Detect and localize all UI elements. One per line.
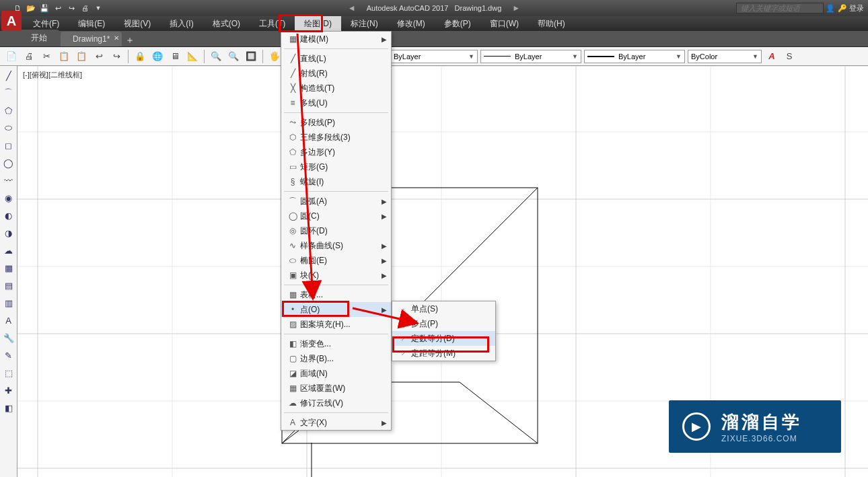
login-text[interactable]: 登录 <box>849 3 864 13</box>
draw-menu-item[interactable]: ⌒圆弧(A)▶ <box>281 194 391 209</box>
menu-item-label: 多线(U) <box>300 98 328 109</box>
tab-start[interactable]: 开始 <box>19 30 59 46</box>
misc-tool-icon[interactable]: ◧ <box>2 401 15 414</box>
draw-menu-item[interactable]: ◯圆(C)▶ <box>281 209 391 223</box>
tool-12[interactable]: 🔍 <box>226 49 241 64</box>
point-submenu-item[interactable]: ⋮多点(P) <box>392 316 495 331</box>
draw-menu-item[interactable]: ▭矩形(G) <box>281 159 391 174</box>
autocad-logo-icon[interactable]: A <box>1 11 22 31</box>
menu-insert[interactable]: 插入(I) <box>160 16 203 32</box>
hatch-tool-icon[interactable]: ▦ <box>2 261 15 274</box>
tool-1[interactable]: 🖨 <box>22 49 36 64</box>
revcloud-tool-icon[interactable]: ☁ <box>2 244 15 257</box>
tool-0[interactable]: 📄 <box>4 49 19 64</box>
view-label[interactable]: [-][俯视][二维线框] <box>23 70 82 80</box>
tool-13[interactable]: 🔲 <box>244 49 258 64</box>
draw-menu-item[interactable]: ▢边界(B)... <box>281 351 391 366</box>
draw-menu-item[interactable]: ◪面域(N) <box>281 366 391 381</box>
polygon-tool-icon[interactable]: ⬠ <box>2 104 15 117</box>
menu-format[interactable]: 格式(O) <box>203 16 250 32</box>
draw-menu-item[interactable]: ▣块(K)▶ <box>281 268 391 283</box>
draw-menu-item[interactable]: A文字(X)▶ <box>281 415 391 430</box>
point-submenu-item[interactable]: ⟋定数等分(D) <box>392 331 495 346</box>
region1-tool-icon[interactable]: ◐ <box>2 209 15 222</box>
draw-menu-item[interactable]: ╳构造线(T) <box>281 81 391 96</box>
tool-4[interactable]: 📋 <box>74 49 89 64</box>
signin-icon[interactable]: 🔑 <box>837 3 848 13</box>
open-icon[interactable]: 📂 <box>26 3 36 13</box>
tool-14[interactable]: 🖐 <box>267 49 282 64</box>
tool-9[interactable]: 🖥 <box>168 49 182 64</box>
menu-parametric[interactable]: 参数(P) <box>435 16 480 32</box>
line-tool-icon[interactable]: ╱ <box>2 69 15 82</box>
color-combo[interactable]: ByColor▼ <box>688 50 762 63</box>
draw-menu-item[interactable]: ≡多线(U) <box>281 96 391 110</box>
menu-draw[interactable]: 绘图(D) <box>295 16 341 32</box>
draw-menu-item[interactable]: §螺旋(I) <box>281 174 391 189</box>
layer-combo[interactable]: ByLayer▼ <box>377 50 478 63</box>
tool-3[interactable]: 📋 <box>57 49 71 64</box>
annotation-icon[interactable]: A <box>764 49 779 64</box>
draw-menu-item[interactable]: ▨图案填充(H)... <box>281 317 391 332</box>
draw-menu-item[interactable]: ∿样条曲线(S)▶ <box>281 238 391 253</box>
tool-2[interactable]: ✂ <box>39 49 54 64</box>
redo-icon[interactable]: ↪ <box>66 3 77 13</box>
draw-menu-item[interactable]: ⬡三维多段线(3) <box>281 130 391 145</box>
add-tab-button[interactable]: ＋ <box>123 34 137 46</box>
qa-dropdown-icon[interactable]: ▼ <box>93 3 104 13</box>
tool-7[interactable]: 🔒 <box>133 49 147 64</box>
rectangle-tool-icon[interactable]: ◻ <box>2 139 15 152</box>
draw-menu-item[interactable]: ▦建模(M)▶ <box>281 32 391 46</box>
navback-icon[interactable]: ◄ <box>348 3 356 13</box>
draw-menu-item[interactable]: ╱射线(R) <box>281 66 391 81</box>
menu-edit[interactable]: 编辑(E) <box>69 16 114 32</box>
menu-tools[interactable]: 工具(T) <box>250 16 295 32</box>
print-icon[interactable]: 🖨 <box>79 3 90 13</box>
draw-menu-item[interactable]: •点(O)▶ <box>281 302 391 317</box>
close-icon[interactable]: ✕ <box>114 34 119 42</box>
navfwd-icon[interactable]: ► <box>512 3 520 13</box>
tool-10[interactable]: 📐 <box>185 49 200 64</box>
undo-icon[interactable]: ↩ <box>52 3 63 13</box>
draw-menu-item[interactable]: ◎圆环(D) <box>281 223 391 238</box>
point-submenu-item[interactable]: ⟋定距等分(M) <box>392 346 495 361</box>
utility-tool-icon[interactable]: 🔧 <box>2 331 15 344</box>
donut-tool-icon[interactable]: ◉ <box>2 191 15 205</box>
menu-help[interactable]: 帮助(H) <box>528 16 575 32</box>
tool-11[interactable]: 🔍 <box>209 49 223 64</box>
point-tool-icon[interactable]: ✚ <box>2 383 15 397</box>
style-btn[interactable]: S <box>782 49 797 64</box>
save-icon[interactable]: 💾 <box>39 3 50 13</box>
edit-tool-icon[interactable]: ✎ <box>2 348 15 362</box>
draw-menu-item[interactable]: ▦表格... <box>281 287 391 302</box>
lineweight-combo[interactable]: ByLayer▼ <box>584 50 685 63</box>
tool-5[interactable]: ↩ <box>92 49 106 64</box>
menu-window[interactable]: 窗口(W) <box>480 16 528 32</box>
tab-drawing1[interactable]: Drawing1*✕ <box>61 32 122 46</box>
region2-tool-icon[interactable]: ◑ <box>2 226 15 240</box>
draw-menu-item[interactable]: ◧渐变色... <box>281 336 391 351</box>
menu-view[interactable]: 视图(V) <box>114 16 160 32</box>
draw-menu-item[interactable]: ▦区域覆盖(W) <box>281 381 391 396</box>
tool-8[interactable]: 🌐 <box>150 49 165 64</box>
spline-tool-icon[interactable]: 〰 <box>2 174 15 187</box>
text-tool-icon[interactable]: A <box>2 314 15 327</box>
draw-menu-item[interactable]: ╱直线(L) <box>281 51 391 66</box>
arc-tool-icon[interactable]: ⌒ <box>2 86 15 100</box>
point-submenu-item[interactable]: ·单点(S) <box>392 301 495 316</box>
draw-menu-item[interactable]: ⤳多段线(P) <box>281 115 391 130</box>
menu-modify[interactable]: 修改(M) <box>388 16 435 32</box>
linetype-combo[interactable]: ByLayer▼ <box>480 50 581 63</box>
table2-tool-icon[interactable]: ▥ <box>2 296 15 309</box>
ellipse-tool-icon[interactable]: ⬭ <box>2 121 15 135</box>
user-icon[interactable]: 👤 <box>825 3 836 13</box>
draw-menu-item[interactable]: ⬠多边形(Y) <box>281 145 391 159</box>
tool-6[interactable]: ↪ <box>109 49 124 64</box>
circle-tool-icon[interactable]: ◯ <box>2 156 15 170</box>
menu-dimension[interactable]: 标注(N) <box>341 16 388 32</box>
draw-menu-item[interactable]: ⬭椭圆(E)▶ <box>281 253 391 268</box>
table-tool-icon[interactable]: ▤ <box>2 279 15 292</box>
draw-menu-item[interactable]: ☁修订云线(V) <box>281 396 391 410</box>
block-tool-icon[interactable]: ⬚ <box>2 366 15 379</box>
search-input[interactable] <box>736 3 824 13</box>
